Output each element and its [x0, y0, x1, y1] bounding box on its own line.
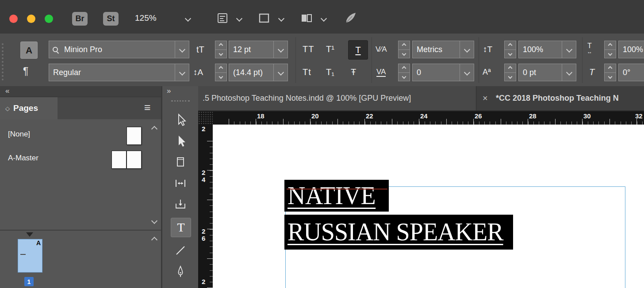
vertical-scale-stepper[interactable]: [504, 41, 516, 58]
stepper-down-icon[interactable]: [402, 52, 406, 56]
zoom-window-button[interactable]: [45, 15, 53, 23]
content-collector-tool[interactable]: [172, 196, 189, 213]
share-feather-icon[interactable]: [343, 11, 357, 27]
view-options-icon[interactable]: [216, 12, 229, 26]
superscript-button[interactable]: T¹: [326, 45, 334, 53]
leading-stepper[interactable]: [215, 64, 227, 81]
page-tool[interactable]: [172, 153, 189, 171]
subscript-button[interactable]: T₁: [326, 68, 334, 76]
panel-divider[interactable]: [0, 230, 161, 231]
leading-field[interactable]: (14.4 pt): [229, 64, 288, 81]
kerning-field[interactable]: Metrics: [412, 41, 474, 58]
scroll-down-icon[interactable]: [151, 218, 157, 224]
baseline-shift-dropdown[interactable]: [562, 64, 576, 81]
leading-dropdown[interactable]: [273, 64, 288, 81]
toolbar-grip-handle[interactable]: [171, 100, 190, 102]
skew-value[interactable]: 0°: [619, 64, 644, 81]
panel-menu-icon[interactable]: ≡: [144, 101, 151, 114]
stepper-up-icon[interactable]: [508, 66, 513, 70]
selection-tool[interactable]: [172, 111, 189, 129]
stepper-up-icon[interactable]: [608, 43, 613, 47]
skew-field[interactable]: 0°: [618, 64, 644, 81]
master-item-amaster-label[interactable]: A-Master: [8, 154, 38, 163]
stepper-up-icon[interactable]: [402, 43, 406, 47]
horizontal-scale-field[interactable]: 100%: [618, 41, 644, 58]
screen-mode-icon[interactable]: [258, 12, 270, 26]
zoom-level-value[interactable]: 125%: [135, 13, 157, 23]
font-style-field[interactable]: Regular: [49, 64, 189, 81]
leading-value[interactable]: (14.4 pt): [229, 64, 273, 81]
collapse-panel-button[interactable]: «: [5, 87, 9, 95]
stepper-down-icon[interactable]: [508, 75, 513, 79]
tracking-value[interactable]: 0: [413, 64, 460, 81]
direct-selection-tool[interactable]: [172, 132, 189, 150]
baseline-shift-stepper[interactable]: [504, 64, 516, 81]
horizontal-scale-stepper[interactable]: [604, 41, 616, 58]
stepper-down-icon[interactable]: [508, 52, 513, 56]
font-style-value[interactable]: Regular: [49, 64, 175, 81]
scroll-up-icon[interactable]: [151, 237, 157, 243]
baseline-shift-field[interactable]: 0 pt: [518, 64, 576, 81]
vertical-scale-value[interactable]: 100%: [519, 41, 562, 58]
horizontal-scale-value[interactable]: 100%: [619, 41, 644, 58]
document-tab-active[interactable]: .5 Photoshop Teaching Notes.indd @ 100% …: [198, 86, 476, 110]
stepper-up-icon[interactable]: [508, 43, 513, 47]
selected-text[interactable]: RUSSIAN SPEAKER: [288, 218, 503, 246]
all-caps-button[interactable]: TT: [303, 45, 314, 53]
bridge-button[interactable]: Br: [72, 12, 88, 26]
ruler-origin-corner[interactable]: [198, 111, 213, 125]
horizontal-ruler[interactable]: 18 20 22 24 26 28 30 32: [213, 111, 644, 125]
character-formatting-button[interactable]: A: [20, 42, 38, 59]
stepper-down-icon[interactable]: [219, 75, 223, 79]
view-options-dropdown-icon[interactable]: [236, 15, 242, 22]
vertical-scale-field[interactable]: 100%: [518, 41, 576, 58]
vertical-ruler[interactable]: 2 24 26 2: [198, 125, 213, 288]
font-size-value[interactable]: 12 pt: [229, 41, 273, 58]
selected-text-line-2[interactable]: RUSSIAN SPEAKER: [284, 215, 513, 250]
amaster-spread-thumbnail-left[interactable]: [111, 151, 126, 169]
master-item-none-label[interactable]: [None]: [8, 130, 30, 139]
document-tab-inactive[interactable]: × *CC 2018 Photoshop Teaching N: [476, 86, 644, 110]
font-size-dropdown[interactable]: [273, 41, 288, 58]
close-window-button[interactable]: [9, 15, 18, 23]
stepper-down-icon[interactable]: [608, 52, 613, 56]
expand-panel-button[interactable]: »: [167, 87, 170, 95]
minimize-window-button[interactable]: [27, 15, 35, 23]
master-none-thumbnail[interactable]: [126, 127, 142, 145]
tracking-stepper[interactable]: [398, 64, 410, 81]
vertical-scale-dropdown[interactable]: [562, 41, 576, 58]
panel-grip-handle[interactable]: [2, 43, 4, 80]
small-caps-button[interactable]: Tt: [303, 68, 311, 76]
text-frame-right-edge[interactable]: [625, 186, 625, 288]
font-style-dropdown[interactable]: [175, 64, 189, 81]
page-number-badge[interactable]: 1: [24, 277, 34, 286]
stepper-down-icon[interactable]: [402, 75, 406, 79]
tab-pages[interactable]: ◇ Pages: [0, 97, 58, 119]
underline-button[interactable]: T: [348, 40, 368, 60]
zoom-level-dropdown-icon[interactable]: [185, 15, 191, 22]
strikethrough-button[interactable]: Ŧ: [351, 68, 356, 76]
line-tool[interactable]: [172, 242, 189, 259]
arrange-documents-icon[interactable]: [300, 12, 313, 26]
type-tool[interactable]: T: [171, 218, 191, 237]
stepper-up-icon[interactable]: [219, 66, 223, 70]
gap-tool[interactable]: [172, 174, 189, 192]
page-1-thumbnail[interactable]: A: [18, 239, 42, 273]
stepper-up-icon[interactable]: [402, 66, 406, 70]
selected-text-line-1[interactable]: NATIVE: [284, 180, 389, 212]
tracking-field[interactable]: 0: [412, 64, 474, 81]
font-family-value[interactable]: Minion Pro: [60, 41, 175, 58]
skew-stepper[interactable]: [604, 64, 616, 81]
close-tab-icon[interactable]: ×: [483, 86, 488, 110]
baseline-shift-value[interactable]: 0 pt: [519, 64, 562, 81]
kerning-dropdown[interactable]: [460, 41, 474, 58]
arrange-documents-dropdown-icon[interactable]: [321, 15, 327, 22]
stepper-down-icon[interactable]: [608, 75, 613, 79]
stock-button[interactable]: St: [103, 12, 119, 26]
font-family-dropdown[interactable]: [175, 41, 189, 58]
stepper-up-icon[interactable]: [219, 43, 223, 47]
font-size-field[interactable]: 12 pt: [229, 41, 288, 58]
kerning-value[interactable]: Metrics: [413, 41, 460, 58]
scroll-up-icon[interactable]: [151, 126, 157, 132]
font-family-field[interactable]: Minion Pro: [49, 41, 189, 58]
